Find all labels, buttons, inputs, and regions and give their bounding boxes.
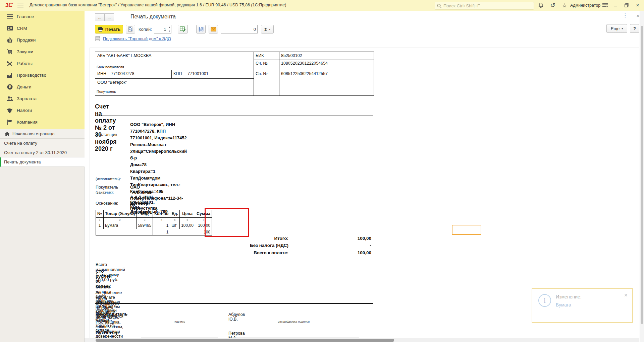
sign-hint: подпись (141, 320, 218, 323)
corr-acc-label: Сч. № (256, 61, 268, 66)
app-title: Демонстрационная база компании "Ветерок"… (30, 3, 286, 7)
global-search[interactable] (435, 2, 534, 10)
supplier-label: Поставщик (96, 132, 117, 137)
accountant-label: Бухгалтер (96, 330, 119, 335)
decode-hint: расшифровка подписи (228, 320, 359, 323)
sidebar-item-purchases[interactable]: Закупки (0, 46, 85, 58)
sidebar-item-works[interactable]: Работы (0, 58, 85, 69)
factory-icon (6, 72, 13, 79)
sidebar-item-label: Закупки (17, 49, 33, 54)
buyer-sublabel: (заказчик): (96, 190, 114, 194)
sidebar-item-salary[interactable]: Зарплата (0, 93, 85, 105)
send-email-button[interactable] (209, 25, 218, 33)
bank-requisites-table: АКБ "АВТ-БАНК" Г.МОСКВА Банк получателя … (95, 52, 374, 96)
copies-label: Копий: (139, 27, 152, 32)
table-edit-icon (180, 26, 186, 32)
inn-value: 7710047278 (111, 71, 135, 76)
printer-icon (98, 27, 103, 32)
restore-button[interactable] (622, 1, 631, 9)
sections-panel: Главное CRM Продажи Закупки Работы Произ… (0, 11, 85, 129)
edo-link-row[interactable]: Подключить "Торговый дом" к ЭДО (95, 36, 171, 41)
vertical-scrollbar-thumb[interactable] (641, 26, 643, 324)
page-title: Печать документа (130, 14, 176, 20)
payee-name: ООО "Ветерок" (97, 80, 127, 85)
print-button[interactable]: Печать (95, 25, 123, 33)
sidebar-item-sales[interactable]: Продажи (0, 34, 85, 46)
history-icon[interactable]: ↺ (549, 1, 557, 9)
signature-line (228, 319, 359, 319)
sum-button[interactable]: Σ ▾ (261, 25, 274, 33)
spin-up-icon[interactable]: ▴ (168, 25, 171, 29)
forward-button[interactable]: → (104, 13, 114, 21)
search-input[interactable] (443, 3, 525, 9)
tab-print-document[interactable]: Печать документа (0, 157, 85, 167)
total-value: 100,00 (331, 236, 371, 241)
cart-icon (6, 49, 13, 55)
bik-value: 852500102 (281, 53, 302, 58)
notification-link[interactable]: Бумага (556, 302, 571, 307)
corr-acc-value: 10805202301222054654 (281, 61, 328, 66)
counter-input[interactable] (221, 26, 257, 32)
copies-input[interactable] (154, 26, 168, 32)
current-user[interactable]: Администратор (570, 3, 600, 8)
main-menu-icon[interactable] (17, 3, 23, 7)
executor-label: (исполнитель): (96, 177, 121, 181)
chevron-down-icon: ▾ (269, 28, 270, 31)
sidebar: Главное CRM Продажи Закупки Работы Произ… (0, 11, 85, 342)
info-icon: i (538, 294, 551, 307)
edo-link[interactable]: Подключить "Торговый дом" к ЭДО (103, 37, 171, 41)
tab-invoices-list[interactable]: Счета на оплату (0, 139, 85, 148)
table-row: 1 Бумага 589465 1 шт 100,00 100,00 (96, 222, 212, 229)
save-button[interactable] (196, 25, 206, 33)
favorites-star-icon[interactable]: ☆ (560, 1, 569, 9)
notifications-bell-icon[interactable] (537, 1, 545, 9)
invoice-title: Счет на оплату № 2 от 30 ноября 2020 г (95, 103, 117, 152)
edit-table-button[interactable] (178, 25, 188, 33)
save-diskette-icon (199, 27, 204, 32)
kpp-label: КПП (173, 71, 182, 76)
sidebar-item-label: Зарплата (17, 96, 37, 101)
titlebar: 1С Демонстрационная база компании "Ветер… (0, 0, 644, 11)
preview-button[interactable] (126, 25, 135, 33)
close-window-button[interactable]: × (633, 1, 642, 9)
no-vat-label: Без налога (НДС) (188, 243, 288, 248)
sidebar-item-crm[interactable]: CRM (0, 22, 85, 34)
title-rule (95, 116, 373, 116)
items-table: № Товар (Услуга) Код Кол-во Ед. Цена Сум… (96, 210, 212, 235)
basis-value: Договор: Переуступка (130, 201, 157, 211)
sidebar-item-main[interactable]: Главное (0, 11, 85, 22)
copies-stepper[interactable]: ▴▾ (154, 25, 171, 33)
print-button-label: Печать (105, 27, 120, 32)
notification-title: Изменение: (556, 294, 582, 299)
spin-down-icon[interactable]: ▾ (168, 29, 171, 33)
minimize-button[interactable]: – (611, 1, 620, 9)
more-button[interactable]: Еще ▾ (606, 24, 627, 33)
1c-logo: 1С (5, 2, 12, 9)
service-menu-icon[interactable] (601, 1, 609, 9)
basis-label: Основание: (96, 201, 118, 206)
tab-invoice-document[interactable]: Счет на оплату 2 от 30.11.2020 (0, 148, 85, 157)
sidebar-item-money[interactable]: ₽ Деньги (0, 81, 85, 93)
signature-line (141, 319, 218, 319)
sidebar-item-company[interactable]: Компания (0, 116, 85, 128)
close-icon[interactable]: × (624, 292, 628, 299)
app-window: 1С Демонстрационная база компании "Ветер… (0, 0, 644, 342)
total-due-value: 100,00 (331, 250, 371, 255)
no-vat-value: - (331, 243, 371, 248)
horizontal-scrollbar[interactable] (85, 338, 639, 342)
help-button[interactable]: ? (630, 24, 639, 33)
counter-field[interactable] (221, 25, 258, 33)
sidebar-item-home[interactable]: Начальная страница (0, 129, 85, 139)
sidebar-item-production[interactable]: Производство (0, 69, 85, 81)
svg-text:₽: ₽ (9, 85, 11, 89)
sidebar-item-label: Продажи (17, 38, 36, 43)
flag-icon (6, 119, 13, 126)
sidebar-item-label: Деньги (17, 84, 32, 89)
back-button[interactable]: ← (95, 13, 105, 21)
total-label: Итого: (188, 236, 288, 241)
vertical-scrollbar[interactable] (640, 11, 644, 342)
acc-label: Сч. № (256, 71, 268, 76)
window-menu-dots-icon[interactable]: ⋮ (621, 12, 630, 19)
horizontal-scrollbar-thumb[interactable] (96, 339, 394, 342)
sidebar-item-taxes[interactable]: Налоги (0, 105, 85, 116)
